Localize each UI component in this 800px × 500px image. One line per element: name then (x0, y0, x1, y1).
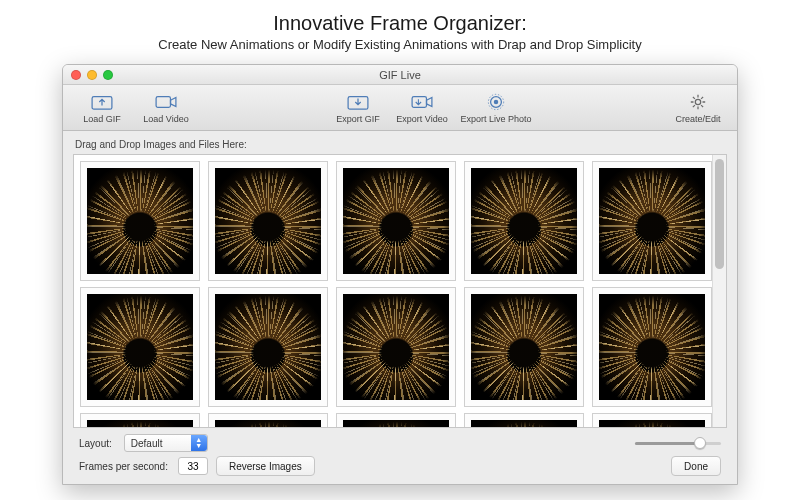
export-live-photo-icon (484, 92, 508, 112)
frame-thumbnail[interactable] (208, 287, 328, 407)
fps-label: Frames per second: (79, 461, 170, 472)
export-live-photo-button[interactable]: Export Live Photo (457, 92, 535, 124)
window-minimize-button[interactable] (87, 70, 97, 80)
import-video-icon (154, 92, 178, 112)
layout-label: Layout: (79, 438, 114, 449)
toolbar-label: Export GIF (336, 114, 380, 124)
window-zoom-button[interactable] (103, 70, 113, 80)
layout-select[interactable]: Default ▲▼ (124, 434, 208, 452)
frame-image (471, 168, 577, 274)
gear-icon (686, 92, 710, 112)
frame-image (343, 294, 449, 400)
frame-image (87, 168, 193, 274)
frame-thumbnail[interactable] (208, 413, 328, 427)
frame-thumbnail[interactable] (208, 161, 328, 281)
chevron-up-down-icon: ▲▼ (191, 435, 207, 451)
frame-thumbnail[interactable] (336, 161, 456, 281)
frame-image (343, 420, 449, 427)
frame-grid[interactable] (73, 154, 727, 428)
done-button[interactable]: Done (671, 456, 721, 476)
svg-line-15 (693, 105, 695, 107)
svg-line-13 (701, 105, 703, 107)
window-close-button[interactable] (71, 70, 81, 80)
frame-image (471, 294, 577, 400)
toolbar-label: Export Live Photo (460, 114, 531, 124)
window-title: GIF Live (63, 69, 737, 81)
frame-thumbnail[interactable] (464, 287, 584, 407)
frame-image (87, 294, 193, 400)
svg-point-7 (695, 99, 700, 104)
frame-image (599, 294, 705, 400)
scroll-thumb[interactable] (715, 159, 724, 269)
titlebar: GIF Live (63, 65, 737, 85)
export-gif-icon (346, 92, 370, 112)
svg-line-14 (701, 96, 703, 98)
frame-thumbnail[interactable] (336, 413, 456, 427)
frame-thumbnail[interactable] (464, 413, 584, 427)
frame-thumbnail[interactable] (592, 161, 712, 281)
drop-zone-label: Drag and Drop Images and Files Here: (75, 139, 727, 150)
layout-select-value: Default (131, 438, 163, 449)
export-gif-button[interactable]: Export GIF (329, 92, 387, 124)
svg-rect-1 (156, 96, 170, 107)
svg-line-12 (693, 96, 695, 98)
toolbar-label: Load Video (143, 114, 188, 124)
load-video-button[interactable]: Load Video (137, 92, 195, 124)
app-window: GIF Live Load GIF Load Video (62, 64, 738, 485)
export-video-button[interactable]: Export Video (393, 92, 451, 124)
toolbar-label: Load GIF (83, 114, 121, 124)
frame-image (87, 420, 193, 427)
toolbar: Load GIF Load Video Export GIF E (63, 85, 737, 131)
fps-input[interactable] (178, 457, 208, 475)
frame-thumbnail[interactable] (592, 413, 712, 427)
vertical-scrollbar[interactable] (712, 155, 726, 427)
promo-title: Innovative Frame Organizer: (20, 12, 780, 35)
svg-point-5 (494, 99, 499, 104)
reverse-images-button[interactable]: Reverse Images (216, 456, 315, 476)
frame-thumbnail[interactable] (80, 287, 200, 407)
export-video-icon (410, 92, 434, 112)
create-edit-button[interactable]: Create/Edit (669, 92, 727, 124)
frame-thumbnail[interactable] (464, 161, 584, 281)
load-gif-button[interactable]: Load GIF (73, 92, 131, 124)
zoom-slider[interactable] (635, 442, 721, 445)
svg-rect-3 (412, 96, 426, 107)
frame-thumbnail[interactable] (80, 413, 200, 427)
slider-knob[interactable] (694, 437, 706, 449)
toolbar-label: Create/Edit (675, 114, 720, 124)
frame-thumbnail[interactable] (80, 161, 200, 281)
frame-image (215, 294, 321, 400)
frame-thumbnail[interactable] (592, 287, 712, 407)
frame-image (343, 168, 449, 274)
frame-image (215, 420, 321, 427)
toolbar-label: Export Video (396, 114, 447, 124)
frame-image (599, 168, 705, 274)
promo-subtitle: Create New Animations or Modify Existing… (20, 37, 780, 52)
frame-thumbnail[interactable] (336, 287, 456, 407)
frame-image (599, 420, 705, 427)
import-gif-icon (90, 92, 114, 112)
frame-image (215, 168, 321, 274)
frame-image (471, 420, 577, 427)
